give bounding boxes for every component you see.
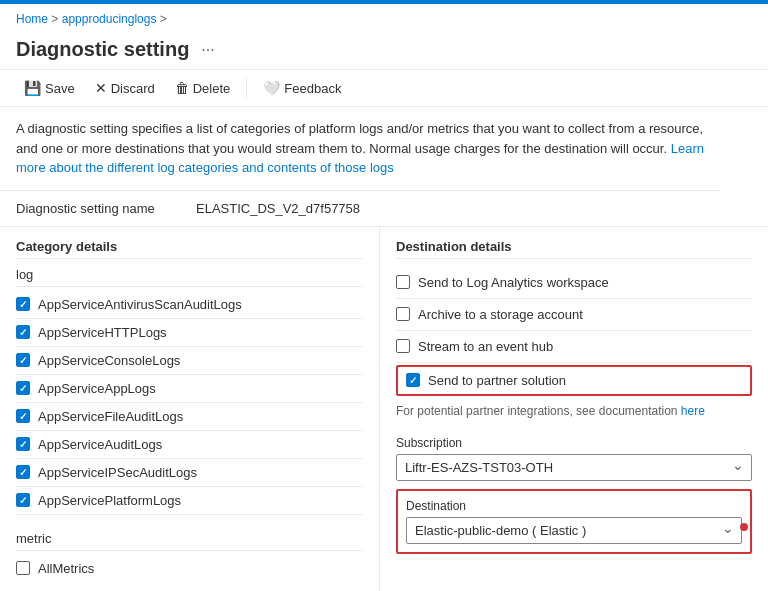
partner-note-text: For potential partner integrations, see … bbox=[396, 404, 678, 418]
checkbox-AppServiceIPSecAuditLogs[interactable] bbox=[16, 465, 30, 479]
log-label-AppServiceIPSecAuditLogs: AppServiceIPSecAuditLogs bbox=[38, 465, 197, 480]
breadcrumb-home[interactable]: Home bbox=[16, 12, 48, 26]
setting-name-value: ELASTIC_DS_V2_d7f57758 bbox=[196, 201, 360, 216]
dest-label-partner: Send to partner solution bbox=[428, 373, 566, 388]
feedback-label: Feedback bbox=[284, 81, 341, 96]
dest-item-partner: Send to partner solution bbox=[396, 365, 752, 396]
log-label-AppServiceAntivirusScanAuditLogs: AppServiceAntivirusScanAuditLogs bbox=[38, 297, 242, 312]
destination-header: Destination details bbox=[396, 239, 752, 259]
log-label-AppServiceHTTPLogs: AppServiceHTTPLogs bbox=[38, 325, 167, 340]
breadcrumb-sep2: > bbox=[160, 12, 167, 26]
log-label-AppServiceAuditLogs: AppServiceAuditLogs bbox=[38, 437, 162, 452]
checkbox-partner[interactable] bbox=[406, 373, 420, 387]
log-label-AppServiceAppLogs: AppServiceAppLogs bbox=[38, 381, 156, 396]
destination-select-wrapper: Elastic-public-demo ( Elastic ) bbox=[406, 517, 742, 544]
description-text: A diagnostic setting specifies a list of… bbox=[16, 121, 703, 156]
log-label-AllMetrics: AllMetrics bbox=[38, 561, 94, 576]
partner-note: For potential partner integrations, see … bbox=[396, 398, 752, 428]
checkbox-AppServiceConsoleLogs[interactable] bbox=[16, 353, 30, 367]
save-icon: 💾 bbox=[24, 80, 41, 96]
log-item: AppServiceAppLogs bbox=[16, 375, 363, 403]
delete-button[interactable]: 🗑 Delete bbox=[167, 76, 239, 100]
checkbox-storage[interactable] bbox=[396, 307, 410, 321]
save-label: Save bbox=[45, 81, 75, 96]
log-item: AppServiceConsoleLogs bbox=[16, 347, 363, 375]
toolbar: 💾 Save ✕ Discard 🗑 Delete 🤍 Feedback bbox=[0, 69, 768, 107]
category-header: Category details bbox=[16, 239, 363, 259]
breadcrumb-resource[interactable]: appproducinglogs bbox=[62, 12, 157, 26]
checkbox-AppServiceHTTPLogs[interactable] bbox=[16, 325, 30, 339]
destination-select[interactable]: Elastic-public-demo ( Elastic ) bbox=[406, 517, 742, 544]
page-header: Diagnostic setting ··· bbox=[0, 34, 768, 69]
dest-item-storage: Archive to a storage account bbox=[396, 299, 752, 331]
dest-item-log-analytics: Send to Log Analytics workspace bbox=[396, 267, 752, 299]
checkbox-AppServiceAntivirusScanAuditLogs[interactable] bbox=[16, 297, 30, 311]
page-menu-button[interactable]: ··· bbox=[197, 39, 218, 61]
destination-field-label: Destination bbox=[406, 499, 742, 513]
checkbox-AllMetrics[interactable] bbox=[16, 561, 30, 575]
log-label-AppServiceConsoleLogs: AppServiceConsoleLogs bbox=[38, 353, 180, 368]
discard-icon: ✕ bbox=[95, 80, 107, 96]
feedback-button[interactable]: 🤍 Feedback bbox=[255, 76, 349, 100]
checkbox-AppServicePlatformLogs[interactable] bbox=[16, 493, 30, 507]
setting-name-row: Diagnostic setting name ELASTIC_DS_V2_d7… bbox=[0, 191, 768, 227]
save-button[interactable]: 💾 Save bbox=[16, 76, 83, 100]
red-dot-indicator bbox=[740, 523, 748, 531]
destination-group-highlighted: Destination Elastic-public-demo ( Elasti… bbox=[396, 489, 752, 554]
partner-documentation-link[interactable]: here bbox=[681, 404, 705, 418]
checkbox-AppServiceAppLogs[interactable] bbox=[16, 381, 30, 395]
subscription-select-wrapper: Liftr-ES-AZS-TST03-OTH bbox=[396, 454, 752, 481]
metric-section: metric AllMetrics bbox=[16, 531, 363, 582]
dest-label-storage: Archive to a storage account bbox=[418, 307, 583, 322]
feedback-icon: 🤍 bbox=[263, 80, 280, 96]
checkbox-log-analytics[interactable] bbox=[396, 275, 410, 289]
subscription-group: Subscription Liftr-ES-AZS-TST03-OTH bbox=[396, 436, 752, 481]
checkbox-AppServiceFileAuditLogs[interactable] bbox=[16, 409, 30, 423]
log-item: AppServicePlatformLogs bbox=[16, 487, 363, 515]
log-section-header: log bbox=[16, 267, 363, 287]
log-item: AppServiceAuditLogs bbox=[16, 431, 363, 459]
log-item: AppServiceAntivirusScanAuditLogs bbox=[16, 291, 363, 319]
breadcrumb: Home > appproducinglogs > bbox=[0, 4, 768, 34]
metric-section-header: metric bbox=[16, 531, 363, 551]
dest-item-event-hub: Stream to an event hub bbox=[396, 331, 752, 363]
description: A diagnostic setting specifies a list of… bbox=[0, 107, 720, 191]
discard-button[interactable]: ✕ Discard bbox=[87, 76, 163, 100]
page-title: Diagnostic setting bbox=[16, 38, 189, 61]
log-item: AppServiceIPSecAuditLogs bbox=[16, 459, 363, 487]
log-item: AppServiceHTTPLogs bbox=[16, 319, 363, 347]
content-area: Category details log AppServiceAntivirus… bbox=[0, 227, 768, 592]
subscription-select[interactable]: Liftr-ES-AZS-TST03-OTH bbox=[396, 454, 752, 481]
dest-label-event-hub: Stream to an event hub bbox=[418, 339, 553, 354]
metric-item: AllMetrics bbox=[16, 555, 363, 582]
destination-column: Destination details Send to Log Analytic… bbox=[380, 227, 768, 592]
log-item: AppServiceFileAuditLogs bbox=[16, 403, 363, 431]
discard-label: Discard bbox=[111, 81, 155, 96]
log-label-AppServiceFileAuditLogs: AppServiceFileAuditLogs bbox=[38, 409, 183, 424]
category-column: Category details log AppServiceAntivirus… bbox=[0, 227, 380, 592]
delete-icon: 🗑 bbox=[175, 80, 189, 96]
dest-label-log-analytics: Send to Log Analytics workspace bbox=[418, 275, 609, 290]
subscription-label: Subscription bbox=[396, 436, 752, 450]
breadcrumb-sep1: > bbox=[51, 12, 58, 26]
delete-label: Delete bbox=[193, 81, 231, 96]
setting-name-label: Diagnostic setting name bbox=[16, 201, 196, 216]
checkbox-AppServiceAuditLogs[interactable] bbox=[16, 437, 30, 451]
log-label-AppServicePlatformLogs: AppServicePlatformLogs bbox=[38, 493, 181, 508]
toolbar-separator bbox=[246, 78, 247, 98]
checkbox-event-hub[interactable] bbox=[396, 339, 410, 353]
